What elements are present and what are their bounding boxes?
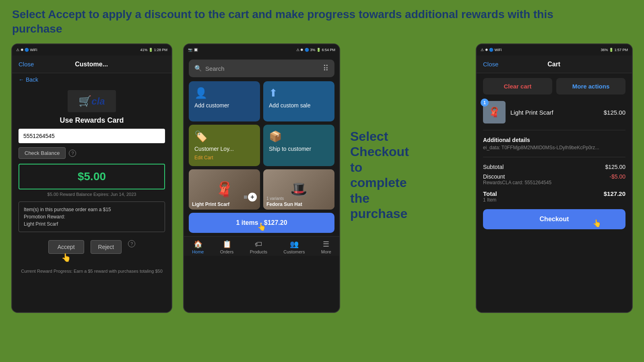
phone3-more-actions-btn[interactable]: More actions [556, 78, 625, 95]
phone3-item-badge: 1 [481, 99, 489, 107]
phone3-discount-row: Discount RewardsCLA card: 5551264545 -$5… [483, 173, 625, 185]
logo-cart-icon: 🛒 [78, 95, 91, 107]
phone3-additional-details: Additional details ei_data: T0FFMjp8M2NM… [483, 137, 625, 157]
phone3-discount-label-group: Discount RewardsCLA card: 5551264545 [483, 173, 551, 185]
phone3-status-right: 36% 🔋 1:57 PM [601, 48, 628, 52]
phone3-total-value: $127.20 [604, 190, 625, 203]
phone1-expires-text: $5.00 Reward Balance Expires: Jun 14, 20… [12, 192, 171, 200]
phone2-tile2-label: Add custom sale [269, 102, 329, 109]
phone2-tile-fedora-hat[interactable]: 🎩 Fedora Sun Hat 1 variants [263, 169, 334, 210]
phone3-item-name: Light Print Scarf [510, 109, 599, 116]
phone2-tile3-sublabel: Edit Cart [194, 155, 254, 160]
tile5-badge-row: + [244, 193, 257, 202]
phone2-tile6-label: Fedora Sun Hat [266, 202, 302, 207]
phone2-nav-home-label: Home [192, 249, 204, 254]
phone2-tile-customer-loyalty[interactable]: 🏷️ Customer Loy... Edit Cart [189, 125, 260, 166]
phone2-tile-light-print-scarf[interactable]: 🧣 Light Print Scarf + [189, 169, 260, 210]
phone1-card-number-input[interactable]: 5551264545 [19, 129, 165, 143]
phone1-progress-text: Current Reward Progress: Earn a $5 rewar… [12, 257, 171, 274]
customers-icon: 👥 [290, 240, 299, 249]
search-icon: 🔍 [194, 65, 202, 72]
phone2-nav-customers[interactable]: 👥 Customers [283, 240, 305, 254]
phone2-nav-home[interactable]: 🏠 Home [192, 240, 204, 254]
phone2-nav-products[interactable]: 🏷 Products [250, 240, 267, 254]
phone1-reward-line1: Item(s) in this purchase order earn a $1… [24, 206, 160, 213]
phone3-subtotal-value: $125.00 [605, 164, 625, 170]
phone1-accept-btn[interactable]: Accept 👆 [48, 240, 84, 254]
phone3-status-bar: ⚠ ✱ 🔵 WiFi 36% 🔋 1:57 PM [477, 44, 632, 56]
phone2-tile-add-custom-sale[interactable]: ⬆ Add custom sale [263, 81, 334, 121]
ship-to-customer-icon: 📦 [269, 130, 329, 143]
customer-loyalty-icon: 🏷️ [194, 130, 254, 143]
phone2-search-input-area[interactable]: 🔍 Search [194, 65, 225, 72]
phone3-total-row: Total 1 Item $127.20 [483, 189, 625, 203]
logo-cla-text: cla [91, 96, 105, 107]
phone2-tile6-sublabel: 1 variants [266, 196, 284, 201]
phone1-reject-info-icon[interactable]: ? [128, 240, 135, 247]
phone2-tile5-label: Light Print Scarf [192, 202, 229, 207]
phone3-item-price: $125.00 [604, 109, 625, 116]
phone3-checkout-btn[interactable]: Checkout 👆 [483, 209, 625, 229]
instruction-text: Select Accept to apply a discount to the… [12, 7, 632, 37]
scarf-thumbnail-icon: 🧣 [488, 107, 500, 118]
phone2-tile-ship-to-customer[interactable]: 📦 Ship to customer [263, 125, 334, 166]
phone1-reward-box: Item(s) in this purchase order earn a $1… [19, 202, 165, 232]
phone3-checkout-label: Checkout [540, 216, 569, 222]
phone3-discount-value: -$5.00 [609, 173, 625, 185]
phone1-balance-box: $5.00 [19, 164, 165, 189]
phone2-tile3-label: Customer Loy... [194, 145, 254, 152]
phone3-discount-sublabel: RewardsCLA card: 5551264545 [483, 180, 551, 185]
phone3-clear-cart-btn[interactable]: Clear cart [483, 78, 552, 95]
phone1-check-balance-btn[interactable]: Check Balance [19, 147, 66, 159]
phone3-subtotal-row: Subtotal $125.00 [483, 164, 625, 170]
phone-2: 📷 🔲 ⚠ ✱ 🔵 3% 🔋 6:54 PM 🔍 Search ⠿ 👤 Add … [183, 43, 340, 313]
phone2-nav-more-label: More [321, 249, 331, 254]
phone1-logo: 🛒 cla [68, 90, 116, 112]
phone2-nav-orders[interactable]: 📋 Orders [220, 240, 234, 254]
phone3-cursor-icon: 👆 [592, 219, 601, 228]
phone1-info-icon[interactable]: ? [69, 150, 76, 157]
phone2-tile-add-customer[interactable]: 👤 Add customer [189, 81, 260, 121]
home-icon: 🏠 [194, 240, 202, 249]
phone1-close-btn[interactable]: Close [19, 61, 34, 68]
products-icon: 🏷 [255, 240, 262, 249]
phone1-check-row: Check Balance ? [12, 147, 171, 162]
add-customer-icon: 👤 [194, 87, 254, 99]
phone3-close-btn[interactable]: Close [483, 61, 498, 68]
orders-icon: 📋 [223, 240, 231, 249]
phone1-nav-title: Custome... [75, 61, 108, 68]
phone2-search-placeholder: Search [205, 65, 225, 72]
phone2-bottom-nav: 🏠 Home 📋 Orders 🏷 Products 👥 Customers ☰… [184, 236, 339, 256]
plus-badge-icon[interactable]: + [248, 193, 257, 202]
phone2-barcode-icon[interactable]: ⠿ [323, 64, 329, 73]
add-custom-sale-icon: ⬆ [269, 87, 329, 99]
more-icon: ☰ [323, 240, 329, 249]
phone2-search-bar[interactable]: 🔍 Search ⠿ [189, 60, 334, 77]
phone1-status-left: ⚠ ✱ 🔵 WiFi [16, 48, 37, 52]
phone2-status-bar: 📷 🔲 ⚠ ✱ 🔵 3% 🔋 6:54 PM [184, 44, 339, 56]
phone1-nav: Close Custome... [12, 56, 171, 73]
phone1-back-btn[interactable]: ← Back [12, 73, 171, 86]
phone3-nav-title: Cart [547, 61, 560, 68]
phone2-nav-customers-label: Customers [283, 249, 305, 254]
phone3-total-label: Total [483, 190, 497, 197]
phone1-logo-area: 🛒 cla [12, 86, 171, 115]
phone1-reward-line3: Light Print Scarf [24, 220, 160, 228]
phone3-item-row: 🧣 1 Light Print Scarf $125.00 [483, 101, 625, 130]
phone2-checkout-btn[interactable]: 1 items - $127.20 👆 [189, 213, 334, 233]
phone2-nav-more[interactable]: ☰ More [321, 240, 331, 254]
phone1-action-buttons: Accept 👆 Reject ? [12, 237, 171, 257]
phone3-nav: Close Cart [477, 56, 632, 73]
phone3-item-image: 🧣 1 [483, 101, 506, 123]
checkout-cursor-icon: 👆 [257, 222, 266, 231]
phone3-total-label-group: Total 1 Item [483, 190, 497, 203]
phone3-discount-label: Discount [483, 173, 551, 180]
phone3-details-title: Additional details [483, 137, 625, 143]
phone3-action-row: Clear cart More actions [483, 78, 625, 95]
phone3-status-left: ⚠ ✱ 🔵 WiFi [481, 48, 502, 52]
phone1-reject-btn[interactable]: Reject [91, 240, 122, 254]
phone2-tile1-label: Add customer [194, 102, 254, 109]
phone2-nav-orders-label: Orders [220, 249, 234, 254]
phone3-content: Clear cart More actions 🧣 1 Light Print … [477, 73, 632, 312]
phone2-nav-products-label: Products [250, 249, 267, 254]
